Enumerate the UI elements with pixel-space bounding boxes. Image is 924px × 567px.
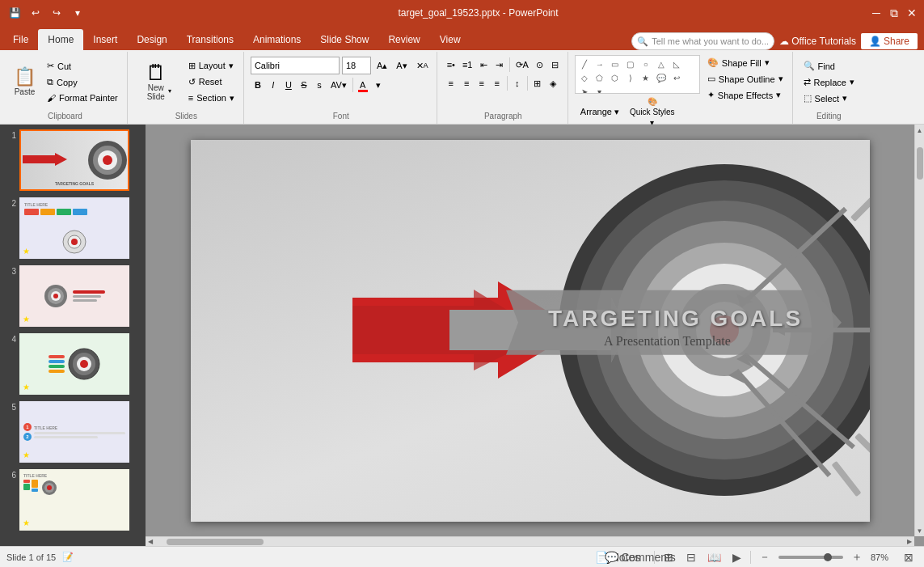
tab-review[interactable]: Review — [378, 29, 429, 50]
vertical-scrollbar[interactable]: ▲ ▼ — [914, 125, 924, 536]
slide-canvas[interactable]: TARGETING GOALS A Presentation Template — [191, 140, 870, 522]
curved-arrow-shape[interactable]: ↩ — [669, 71, 684, 84]
numbering-button[interactable]: ≡1 — [459, 57, 476, 73]
office-tutorials-link[interactable]: ☁ Office Tutorials — [779, 36, 856, 47]
select-button[interactable]: ⬚ Select ▾ — [800, 91, 859, 106]
decrease-indent-button[interactable]: ⇤ — [477, 57, 492, 73]
text-direction-button[interactable]: ⟳A — [513, 57, 532, 73]
paste-button[interactable]: 📋 Paste — [8, 59, 41, 104]
reset-button[interactable]: ↺ Reset — [184, 74, 238, 90]
smartart-button2[interactable]: ◈ — [546, 75, 560, 91]
line-spacing-button[interactable]: ↕ — [510, 75, 525, 91]
vertical-scroll-thumb[interactable] — [917, 147, 923, 180]
tab-animations[interactable]: Animations — [243, 29, 310, 50]
undo-icon[interactable]: ↩ — [27, 5, 44, 21]
canvas-main[interactable]: TARGETING GOALS A Presentation Template — [146, 125, 914, 536]
more-shapes[interactable]: ▾ — [593, 85, 607, 94]
horizontal-scroll-thumb[interactable] — [167, 539, 264, 545]
bullets-button[interactable]: ≡• — [444, 57, 458, 73]
comments-button[interactable]: 💬 Comments — [631, 548, 649, 566]
clear-format-button[interactable]: ✕A — [413, 57, 432, 74]
reading-view-button[interactable]: 📖 — [705, 548, 723, 566]
slide-thumb-2[interactable]: 2 TITLE HERE — [3, 196, 142, 260]
layout-button[interactable]: ⊞ Layout ▾ — [184, 58, 238, 74]
close-button[interactable]: ✕ — [906, 7, 918, 19]
slide-thumb-4[interactable]: 4 ★ — [3, 332, 142, 396]
text-shadow-button[interactable]: s — [312, 77, 327, 93]
font-size-input[interactable] — [342, 57, 371, 74]
normal-view-button[interactable]: ⊞ — [660, 548, 677, 566]
section-button[interactable]: ≡ Section ▾ — [184, 91, 238, 106]
scroll-up-button[interactable]: ▲ — [915, 125, 925, 136]
decrease-font-button[interactable]: A▾ — [393, 57, 410, 74]
horizontal-scrollbar[interactable]: ◀ ▶ — [146, 536, 914, 546]
convert-smartart-button[interactable]: ⊙ — [533, 57, 547, 73]
slide-thumb-6[interactable]: 6 TITLE HERE — [3, 468, 142, 532]
italic-button[interactable]: I — [266, 77, 281, 93]
slide-thumb-3[interactable]: 3 ★ — [3, 264, 142, 328]
redo-icon[interactable]: ↪ — [49, 5, 65, 21]
tab-home[interactable]: Home — [38, 29, 83, 50]
arrange-button[interactable]: Arrange ▾ — [575, 104, 625, 121]
align-right-button[interactable]: ≡ — [475, 75, 489, 91]
tab-insert[interactable]: Insert — [83, 29, 127, 50]
find-button[interactable]: 🔍 Find — [800, 58, 859, 74]
shape-outline-button[interactable]: ▭ Shape Outline ▾ — [703, 71, 787, 87]
increase-font-button[interactable]: A▴ — [373, 57, 390, 74]
slide-thumb-5[interactable]: 5 1 2 TITLE HERE ★ — [3, 400, 142, 464]
text-columns-button[interactable]: ⊞ — [530, 75, 545, 91]
zoom-thumb[interactable] — [824, 553, 832, 561]
align-left-button[interactable]: ≡ — [444, 75, 458, 91]
shape-effects-button[interactable]: ✦ Shape Effects ▾ — [703, 87, 787, 103]
copy-button[interactable]: ⧉ Copy — [43, 74, 122, 90]
scroll-down-button[interactable]: ▼ — [915, 525, 925, 536]
tab-file[interactable]: File — [3, 29, 38, 50]
column-button[interactable]: ⊟ — [548, 57, 563, 73]
share-button[interactable]: 👤 Share — [861, 33, 918, 49]
pentagon-shape[interactable]: ⬠ — [593, 71, 607, 84]
font-name-input[interactable] — [251, 57, 340, 74]
justify-button[interactable]: ≡ — [490, 75, 504, 91]
rounded-rect-shape[interactable]: ▢ — [623, 57, 638, 70]
customize-qat-icon[interactable]: ▾ — [70, 5, 86, 21]
underline-button[interactable]: U — [281, 77, 296, 93]
strikethrough-button[interactable]: S — [297, 77, 311, 93]
replace-button[interactable]: ⇄ Replace ▾ — [800, 74, 859, 90]
slideshow-view-button[interactable]: ▶ — [728, 548, 745, 566]
character-spacing-button[interactable]: AV▾ — [327, 77, 350, 93]
minimize-button[interactable]: ─ — [871, 7, 882, 19]
arrow-shape[interactable]: → — [593, 57, 607, 70]
save-icon[interactable]: 💾 — [6, 5, 23, 21]
tab-view[interactable]: View — [430, 29, 470, 50]
restore-button[interactable]: ⧉ — [888, 7, 900, 19]
slide-sorter-button[interactable]: ⊟ — [682, 548, 700, 566]
increase-indent-button[interactable]: ⇥ — [492, 57, 507, 73]
right-triangle-shape[interactable]: ◺ — [669, 57, 684, 70]
zoom-in-button[interactable]: ＋ — [848, 548, 866, 566]
ellipse-shape[interactable]: ○ — [639, 57, 653, 70]
zoom-slider[interactable] — [778, 556, 843, 559]
cut-button[interactable]: ✂ Cut — [43, 58, 122, 74]
align-center-button[interactable]: ≡ — [459, 75, 474, 91]
rect-shape[interactable]: ▭ — [608, 57, 622, 70]
hexagon-shape[interactable]: ⬡ — [608, 71, 622, 84]
star-shape[interactable]: ★ — [639, 71, 653, 84]
font-color-dropdown[interactable]: ▾ — [371, 77, 386, 93]
triangle-shape[interactable]: △ — [654, 57, 669, 70]
format-painter-button[interactable]: 🖌 Format Painter — [43, 91, 122, 105]
new-slide-button[interactable]: 🗒 New Slide ▾ — [134, 58, 183, 105]
chevron-shape[interactable]: ⟩ — [623, 71, 638, 84]
tab-design[interactable]: Design — [127, 29, 176, 50]
scroll-left-button[interactable]: ◀ — [146, 536, 155, 547]
tab-slideshow[interactable]: Slide Show — [310, 29, 378, 50]
font-color-button[interactable]: A — [356, 77, 370, 93]
callout-shape[interactable]: 💬 — [654, 71, 669, 84]
bold-button[interactable]: B — [251, 77, 265, 93]
tab-transitions[interactable]: Transitions — [177, 29, 243, 50]
fit-window-button[interactable]: ⊠ — [900, 548, 918, 566]
slide-thumb-1[interactable]: 1 — [3, 128, 142, 193]
line-shape[interactable]: ╱ — [577, 57, 592, 70]
shape-fill-button[interactable]: 🎨 Shape Fill ▾ — [703, 55, 787, 70]
block-arrow-shape[interactable]: ➤ — [577, 85, 592, 94]
scroll-right-button[interactable]: ▶ — [905, 536, 914, 547]
